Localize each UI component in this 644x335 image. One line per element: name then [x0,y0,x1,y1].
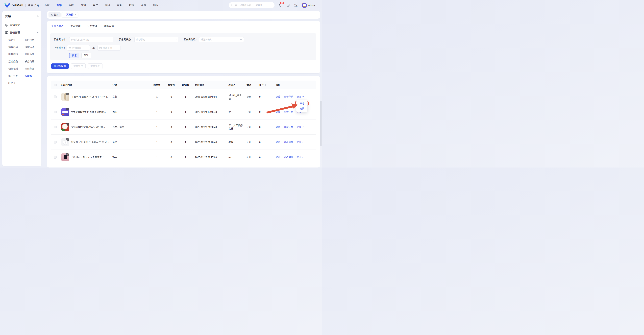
tab-comment-management[interactable]: 评论管理 [70,24,80,30]
menu-item-edit[interactable]: 编辑 [296,106,308,111]
more-link[interactable]: 更多 [297,156,304,159]
view-detail-link[interactable]: 查看详情 [284,95,293,98]
sidebar-subitem-buyer-show[interactable]: 买家秀 [25,74,40,78]
sidebar-subitem-points-checkin[interactable]: 积分签到 [8,67,25,70]
view-detail-link[interactable]: 查看详情 [284,110,293,114]
start-date-picker[interactable]: 开始日期 [67,45,90,50]
row-thumbnail: +1 [62,154,69,161]
language-switch-button[interactable]: 中 A [294,3,298,8]
nav-item-settings[interactable]: 设置 [141,4,146,7]
chevron-down-icon [302,126,304,128]
row-checkbox[interactable] [54,110,56,113]
more-link[interactable]: 更多 [297,95,304,98]
view-detail-link[interactable]: 查看详情 [284,141,293,144]
image-count-badge: +1 [66,93,69,95]
more-link[interactable]: 更多 [297,126,304,128]
nav-item-marketing[interactable]: 营销 [56,4,62,7]
search-button[interactable]: 搜索 [69,53,79,58]
sidebar-subitem-group-buy[interactable]: 拼团活动 [25,53,40,56]
row-publisher: 별빛에_흐르는 [226,94,244,100]
reset-button[interactable]: 重置 [82,53,91,58]
breadcrumb-bar: 首页 买家秀 ✕ [47,11,320,19]
close-tab-icon[interactable]: ✕ [74,14,76,16]
hide-link[interactable]: 隐藏 [276,141,280,144]
sidebar-subitem-full-discount[interactable]: 满减活动 [8,46,25,49]
nav-item-customer[interactable]: 客户 [93,4,98,7]
row-likes: 0 [164,126,178,128]
search-input[interactable] [235,4,272,6]
sidebar-subitem-coupon[interactable]: 优惠券 [8,38,25,42]
more-dropdown-menu: 评论 编辑 [296,100,308,112]
nav-item-mall[interactable]: 商城 [44,4,50,7]
batch-reject-button[interactable]: 批量拒绝 [88,64,103,69]
row-products: 1 [150,96,164,98]
sidebar-subitem-flash-sale[interactable]: 限时秒杀 [25,38,40,42]
user-menu-caret-icon[interactable] [316,5,318,6]
row-content-text: 이 트렌치 코트는 정말 기대 이상이에... [71,95,110,98]
scrollbar-thumb[interactable] [320,101,322,146]
nav-item-content[interactable]: 内容 [105,4,110,7]
nav-item-organization[interactable]: 组织 [69,4,74,7]
end-date-placeholder: 结束日期 [103,46,112,49]
status-select-value: 全部状态 [136,38,145,41]
view-detail-link[interactable]: 查看详情 [284,156,293,159]
row-checkbox[interactable] [54,96,56,98]
header-status: 状态 [244,84,256,86]
select-all-checkbox[interactable] [54,84,56,86]
row-created: 2025-12-23 21:27:09 [193,156,226,158]
sidebar-subitem-event-gift[interactable]: 活动赠品 [8,60,25,63]
row-checkbox[interactable] [54,126,56,128]
header-group: 分组 [110,84,150,86]
hide-link[interactable]: 隐藏 [276,156,280,159]
filter-panel: 买家秀内容： 买家秀状态： 全部状态 买家秀分组： 请选择分组 下单时间： [50,33,316,60]
sidebar-subitem-points-goods[interactable]: 积分商品 [25,60,40,63]
notification-bell[interactable]: 32 [278,3,282,8]
row-likes: 0 [164,110,178,113]
hide-link[interactable]: 隐藏 [276,95,280,98]
buyer-show-content-field[interactable] [69,37,113,42]
chevron-down-icon [175,39,176,40]
breadcrumb-home[interactable]: 首页 [48,12,60,18]
row-group: 新品 [110,141,150,144]
logo-mark-icon [4,3,10,8]
table-row: +1 子供用キッズウォッチ界隈で「... 热卖 1 0 1 2025-12-23… [51,150,316,165]
menu-item-comment[interactable]: 评论 [296,101,308,106]
tab-buyer-show-list[interactable]: 买家秀列表 [51,24,64,30]
status-select[interactable]: 全部状态 [134,37,178,42]
global-search[interactable] [229,2,274,8]
home-icon [50,14,53,16]
card-coupon-button[interactable] [286,3,290,8]
open-tab-buyer-show[interactable]: 买家秀 ✕ [62,12,78,18]
sidebar-item-marketing-management[interactable]: 营销管理 [2,30,42,35]
nav-item-data[interactable]: 数据 [129,4,134,7]
panel-tabs: 买家秀列表 评论管理 分组管理 功能设置 [47,21,320,30]
row-content-text: 子供用キッズウォッチ界隈で「... [71,156,106,159]
nav-item-support[interactable]: 客服 [153,4,158,7]
sidebar-subitem-full-gift[interactable]: 满赠活动 [25,46,40,49]
sidebar-subitem-gift-card[interactable]: 礼品卡 [8,82,25,85]
nav-item-finance[interactable]: 财务 [117,4,122,7]
hide-link[interactable]: 隐藏 [276,110,280,114]
sort-toggle-icon[interactable] [264,84,266,86]
view-detail-link[interactable]: 查看详情 [284,126,293,128]
sidebar-subitem-e-card[interactable]: 电子卡券 [8,74,25,78]
more-link[interactable]: 更多 [297,141,304,144]
username[interactable]: admin [308,4,315,6]
row-checkbox[interactable] [54,156,56,158]
hide-link[interactable]: 隐藏 [276,126,280,128]
sidebar-item-marketing-overview[interactable]: 营销概览 [2,23,42,27]
row-comments: 1 [178,126,193,128]
tab-group-management[interactable]: 分组管理 [87,24,97,30]
create-buyer-show-button[interactable]: 新建买家秀 [51,64,69,69]
group-select[interactable]: 请选择分组 [199,37,244,42]
collapse-sidebar-icon[interactable] [36,15,39,18]
row-checkbox[interactable] [54,141,56,144]
sidebar-subitem-limited-discount[interactable]: 限时折扣 [8,53,25,56]
nav-item-distribution[interactable]: 分销 [81,4,86,7]
user-avatar[interactable] [302,3,307,8]
sidebar-subitem-balance-recharge[interactable]: 余额充值 [25,67,40,70]
batch-approve-button[interactable]: 批量通过 [71,64,86,69]
buyer-show-content-input[interactable] [71,38,112,41]
tab-feature-settings[interactable]: 功能设置 [104,24,114,30]
end-date-picker[interactable]: 结束日期 [98,45,120,50]
